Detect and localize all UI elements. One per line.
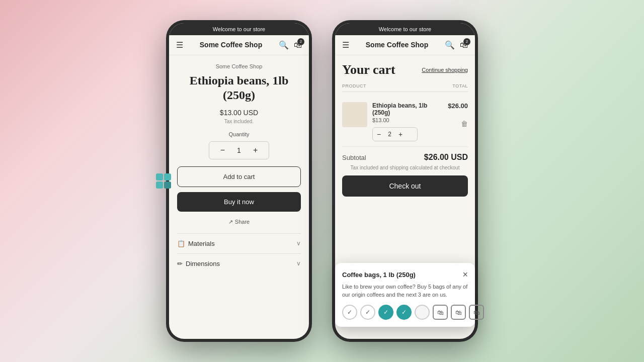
phone-2: Welcome to our store ☰ Some Coffee Shop … [332, 20, 478, 342]
share-label: Share [235, 219, 250, 225]
subtotal-label: Subtotal [342, 154, 366, 161]
cart-item-details: Ethiopia beans, 1lb (250g) $13.00 − 2 + [372, 102, 443, 141]
phone-1: Welcome to our store ☰ Some Coffee Shop … [166, 20, 312, 342]
dimensions-icon: ✏ [177, 260, 183, 267]
checkout-button[interactable]: Check out [342, 175, 468, 197]
quantity-control: − 1 + [209, 141, 269, 159]
delete-item-button[interactable]: 🗑 [461, 120, 468, 128]
header-right-1: 🔍 🛍 2 [279, 40, 302, 50]
continue-shopping-link[interactable]: Continue shopping [422, 67, 468, 73]
product-title: Ethiopia beans, 1lb (250g) [177, 73, 301, 103]
popup-tooltip: Coffee bags, 1 lb (250g) × Like to brew … [335, 263, 475, 327]
materials-icon: 📋 [177, 240, 185, 247]
popup-empty-circle [415, 305, 430, 320]
hamburger-icon-2[interactable]: ☰ [342, 40, 349, 50]
side-icon-2 [164, 173, 171, 180]
cart-header-row: Your cart Continue shopping [342, 62, 468, 77]
qty-increase-btn[interactable]: + [246, 142, 265, 159]
cart-item-unit-price: $13.00 [372, 117, 443, 123]
popup-icons-row: ✓ ✓ ✓ ✓ 🛍 🛍 🛍 [342, 305, 468, 320]
buy-it-now-button[interactable]: Buy it now [177, 192, 301, 212]
cart-badge-1: 2 [297, 38, 304, 45]
side-decoration [156, 173, 171, 189]
accordion-materials-label: 📋 Materials [177, 240, 215, 247]
popup-bag-icon-3: 🛍 [469, 305, 475, 320]
search-icon-2[interactable]: 🔍 [445, 40, 455, 50]
cart-icon-wrap-2[interactable]: 🛍 2 [460, 41, 468, 50]
popup-check-icon-3: ✓ [378, 305, 393, 320]
subtotal-row: Subtotal $26.00 USD [342, 147, 468, 165]
materials-chevron-icon: ∨ [296, 240, 301, 247]
announcement-bar-2: Welcome to our store [335, 23, 475, 35]
popup-check-icon-1: ✓ [342, 305, 357, 320]
phone-2-screen: Welcome to our store ☰ Some Coffee Shop … [335, 23, 475, 339]
accordion-dimensions-label: ✏ Dimensions [177, 260, 220, 267]
popup-bag-icon-2: 🛍 [451, 305, 466, 320]
cart-table-header: PRODUCT TOTAL [342, 83, 468, 92]
cart-item-image [342, 102, 367, 127]
qty-value: 1 [232, 142, 246, 158]
phone-1-screen: Welcome to our store ☰ Some Coffee Shop … [169, 23, 309, 339]
announcement-text-1: Welcome to our store [213, 26, 265, 32]
share-row: ↗ Share [177, 219, 301, 225]
cart-badge-2: 2 [463, 38, 470, 45]
tax-note: Tax included. [177, 119, 301, 124]
subtotal-value: $26.00 USD [424, 153, 468, 162]
header-right-2: 🔍 🛍 2 [445, 40, 468, 50]
popup-check-icon-2: ✓ [360, 305, 375, 320]
cart-title: Your cart [342, 62, 395, 77]
popup-title: Coffee bags, 1 lb (250g) [342, 271, 416, 279]
accordion-dimensions[interactable]: ✏ Dimensions ∨ [177, 253, 301, 274]
announcement-bar-1: Welcome to our store [169, 23, 309, 35]
product-brand: Some Coffee Shop [177, 63, 301, 69]
search-icon-1[interactable]: 🔍 [279, 40, 289, 50]
popup-check-icon-4: ✓ [396, 305, 412, 320]
quantity-label: Quantity [177, 131, 301, 137]
cart-qty-increase-btn[interactable]: + [394, 128, 407, 141]
store-header-2: ☰ Some Coffee Shop 🔍 🛍 2 [335, 35, 475, 55]
cart-qty-decrease-btn[interactable]: − [373, 128, 385, 141]
cart-item-right: $26.00 🗑 [448, 102, 468, 128]
store-title-2: Some Coffee Shop [366, 41, 428, 49]
cart-item-total: $26.00 [448, 102, 468, 110]
cart-qty-control: − 2 + [372, 127, 418, 141]
hamburger-icon-1[interactable]: ☰ [176, 40, 183, 50]
popup-bag-icon-1: 🛍 [433, 305, 448, 320]
side-icon-1 [156, 173, 163, 180]
popup-close-button[interactable]: × [462, 270, 468, 279]
popup-text: Like to brew your own coffee? Buy 5 bags… [342, 283, 468, 299]
accordion-materials[interactable]: 📋 Materials ∨ [177, 233, 301, 253]
popup-header: Coffee bags, 1 lb (250g) × [342, 270, 468, 279]
cart-qty-value: 2 [385, 128, 394, 140]
store-header-1: ☰ Some Coffee Shop 🔍 🛍 2 [169, 35, 309, 55]
store-title-1: Some Coffee Shop [200, 41, 262, 49]
side-icon-4 [164, 182, 171, 189]
qty-decrease-btn[interactable]: − [213, 142, 232, 159]
side-icon-3 [156, 182, 163, 189]
cart-item-name: Ethiopia beans, 1lb (250g) [372, 102, 443, 116]
col-product: PRODUCT [342, 83, 366, 88]
share-icon: ↗ [228, 219, 233, 225]
announcement-text-2: Welcome to our store [379, 26, 431, 32]
tax-shipping-note: Tax included and shipping calculated at … [342, 165, 468, 170]
product-content: Some Coffee Shop Ethiopia beans, 1lb (25… [169, 55, 309, 339]
col-total: TOTAL [452, 83, 468, 88]
cart-item-row: Ethiopia beans, 1lb (250g) $13.00 − 2 + … [342, 97, 468, 147]
cart-icon-wrap-1[interactable]: 🛍 2 [294, 41, 302, 50]
add-to-cart-button[interactable]: Add to cart [177, 166, 301, 187]
product-price: $13.00 USD [177, 109, 301, 117]
dimensions-chevron-icon: ∨ [296, 260, 301, 267]
